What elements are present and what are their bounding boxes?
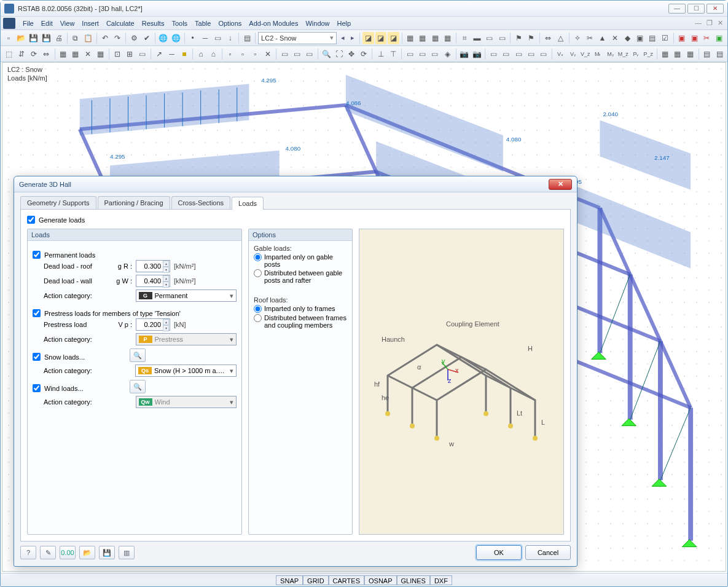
status-grid[interactable]: GRID bbox=[303, 575, 329, 585]
red-b-icon[interactable]: ▣ bbox=[689, 32, 700, 44]
res-a-icon[interactable]: ▦ bbox=[659, 48, 670, 60]
ry-d-icon[interactable]: ▭ bbox=[525, 48, 536, 60]
redo-icon[interactable]: ↷ bbox=[112, 32, 123, 44]
mdi-close[interactable]: ✕ bbox=[716, 19, 725, 27]
maximize-button[interactable]: ☐ bbox=[687, 4, 705, 14]
lc-prev[interactable]: ◂ bbox=[338, 33, 347, 44]
menu-window[interactable]: Window bbox=[302, 17, 333, 30]
pan-icon[interactable]: ✥ bbox=[346, 48, 357, 60]
menu-help[interactable]: Help bbox=[334, 17, 355, 30]
generate-loads-checkbox[interactable] bbox=[27, 216, 35, 224]
results-b-icon[interactable]: ▭ bbox=[496, 32, 507, 44]
xtool4-icon[interactable]: ✕ bbox=[609, 32, 620, 44]
cam-icon[interactable]: 📷 bbox=[458, 48, 469, 60]
visibility-c-icon[interactable]: ◪ bbox=[388, 32, 399, 44]
loadcase-combo[interactable]: LC2 - Snow ▾ bbox=[258, 32, 337, 44]
tab-loads[interactable]: Loads bbox=[232, 197, 264, 210]
gable-opt2-radio[interactable] bbox=[254, 269, 262, 277]
view-c-icon[interactable]: ▭ bbox=[304, 48, 315, 60]
section-render-icon[interactable]: ▬ bbox=[471, 32, 482, 44]
calc-icon[interactable]: ⚙ bbox=[128, 32, 139, 44]
status-snap[interactable]: SNAP bbox=[276, 575, 303, 585]
extra-button[interactable]: ▥ bbox=[119, 546, 135, 559]
py-icon[interactable]: Pᵧ bbox=[630, 48, 641, 60]
cancel-button[interactable]: Cancel bbox=[525, 545, 571, 560]
tabletoggle-icon[interactable]: ▤ bbox=[241, 32, 252, 44]
yellow-icon[interactable]: ■ bbox=[179, 48, 190, 60]
spin-down-icon[interactable]: ▾ bbox=[163, 267, 169, 273]
snow-settings-button[interactable]: 🔍 bbox=[130, 349, 146, 362]
results-a-icon[interactable]: ▭ bbox=[484, 32, 495, 44]
snow-checkbox[interactable] bbox=[33, 353, 41, 361]
render-c-icon[interactable]: ▦ bbox=[429, 32, 440, 44]
menu-edit[interactable]: Edit bbox=[37, 17, 57, 30]
view-a-icon[interactable]: ▭ bbox=[279, 48, 290, 60]
savecfg-button[interactable]: 💾 bbox=[99, 546, 115, 559]
saveall-icon[interactable]: 💾 bbox=[41, 32, 52, 44]
permanent-loads-checkbox[interactable] bbox=[33, 251, 41, 259]
save-icon[interactable]: 💾 bbox=[28, 32, 39, 44]
rot-icon[interactable]: ⟳ bbox=[28, 48, 39, 60]
misc-d-icon[interactable]: ✕ bbox=[262, 48, 273, 60]
filter-b-icon[interactable]: ⚑ bbox=[526, 32, 537, 44]
open-icon[interactable]: 📂 bbox=[15, 32, 26, 44]
render-a-icon[interactable]: ▦ bbox=[404, 32, 415, 44]
mirror-icon[interactable]: ⇔ bbox=[41, 48, 52, 60]
line-icon[interactable]: ─ bbox=[166, 48, 177, 60]
xtool8-icon[interactable]: ☑ bbox=[659, 32, 670, 44]
spin-up-icon[interactable]: ▴ bbox=[163, 275, 169, 282]
xtool5-icon[interactable]: ◆ bbox=[622, 32, 633, 44]
help-button[interactable]: ? bbox=[20, 546, 36, 559]
lc-next[interactable]: ▸ bbox=[348, 33, 358, 44]
menu-addon[interactable]: Add-on Modules bbox=[245, 17, 302, 30]
res-c-icon[interactable]: ▦ bbox=[684, 48, 695, 60]
iso-icon[interactable]: ◈ bbox=[442, 48, 453, 60]
menu-tools[interactable]: Tools bbox=[168, 17, 191, 30]
ry-e-icon[interactable]: ▭ bbox=[538, 48, 549, 60]
menu-view[interactable]: View bbox=[57, 17, 79, 30]
frame-icon[interactable]: ⌗ bbox=[459, 32, 470, 44]
mdi-min[interactable]: — bbox=[693, 19, 703, 27]
vx-icon[interactable]: Vₓ bbox=[555, 48, 566, 60]
menu-insert[interactable]: Insert bbox=[78, 17, 103, 30]
mt-icon[interactable]: Mₜ bbox=[592, 48, 603, 60]
snap-a-icon[interactable]: ⊡ bbox=[112, 48, 123, 60]
menu-table[interactable]: Table bbox=[191, 17, 214, 30]
roof-opt2-radio[interactable] bbox=[254, 314, 262, 322]
wind-settings-button[interactable]: 🔍 bbox=[130, 380, 146, 393]
tab-sections[interactable]: Cross-Sections bbox=[171, 196, 231, 209]
shift-icon[interactable]: ⇵ bbox=[15, 48, 26, 60]
axis-h-icon[interactable]: ⊤ bbox=[388, 48, 399, 60]
status-glines[interactable]: GLINES bbox=[397, 575, 430, 585]
zoom-icon[interactable]: 🔍 bbox=[321, 48, 332, 60]
perm-cat-combo[interactable]: G Permanent ▾ bbox=[136, 290, 237, 302]
res-e-icon[interactable]: ▤ bbox=[714, 48, 725, 60]
status-osnap[interactable]: OSNAP bbox=[364, 575, 397, 585]
new-icon[interactable]: ▫ bbox=[3, 32, 14, 44]
tab-geometry[interactable]: Geometry / Supports bbox=[20, 196, 96, 209]
snap-b-icon[interactable]: ⊞ bbox=[124, 48, 135, 60]
notes-button[interactable]: ✎ bbox=[40, 546, 56, 559]
mz-icon[interactable]: M_z bbox=[617, 48, 629, 60]
dim-icon[interactable]: ⇔ bbox=[542, 32, 554, 44]
spin-up-icon[interactable]: ▴ bbox=[163, 261, 169, 267]
gate-a-icon[interactable]: ⌂ bbox=[195, 48, 206, 60]
dialog-close-button[interactable]: ✕ bbox=[549, 179, 572, 190]
menu-file[interactable]: File bbox=[19, 17, 37, 30]
red-a-icon[interactable]: ▣ bbox=[676, 32, 687, 44]
xtool2-icon[interactable]: ✂ bbox=[584, 32, 595, 44]
spin-up-icon[interactable]: ▴ bbox=[163, 319, 169, 325]
menu-results[interactable]: Results bbox=[138, 17, 168, 30]
ry-c-icon[interactable]: ▭ bbox=[513, 48, 524, 60]
ok-button[interactable]: OK bbox=[476, 545, 522, 560]
zoomfit-icon[interactable]: ⛶ bbox=[333, 48, 344, 60]
node-icon[interactable]: • bbox=[187, 32, 198, 44]
paste-icon[interactable]: 📋 bbox=[82, 32, 93, 44]
globe-icon[interactable]: 🌐 bbox=[158, 32, 169, 44]
open-button[interactable]: 📂 bbox=[79, 546, 95, 559]
copy-icon[interactable]: ⧉ bbox=[70, 32, 81, 44]
my-icon[interactable]: Mᵧ bbox=[605, 48, 616, 60]
vy-icon[interactable]: Vᵧ bbox=[567, 48, 578, 60]
planeZ-icon[interactable]: ▭ bbox=[429, 48, 440, 60]
visibility-b-icon[interactable]: ◪ bbox=[375, 32, 386, 44]
